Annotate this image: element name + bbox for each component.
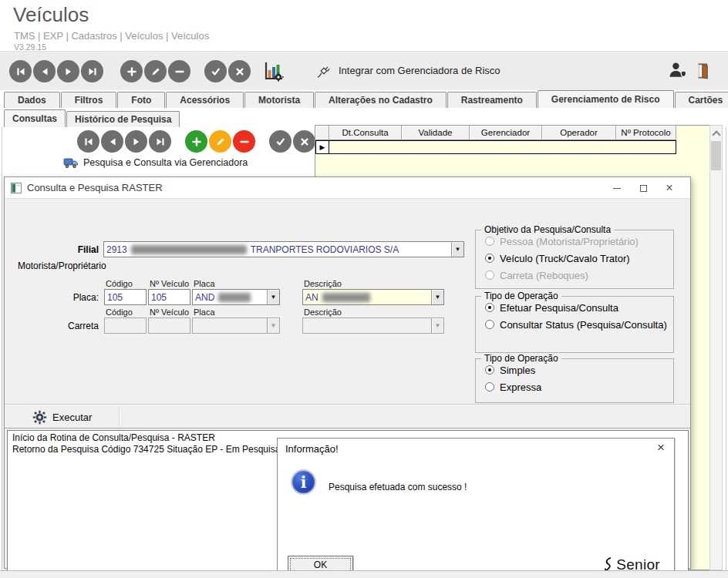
tab-acessorios[interactable]: Acessórios — [166, 92, 244, 108]
carreta-row-label: Carreta — [49, 321, 99, 331]
dropdown-arrow-icon: ▼ — [431, 318, 443, 333]
row-pointer-icon: ▶ — [316, 141, 329, 153]
check-icon — [275, 136, 287, 148]
radio-carreta[interactable]: Carreta (Reboques) — [485, 269, 673, 281]
dropdown-arrow-icon[interactable]: ▼ — [451, 242, 463, 257]
grid-confirm-button[interactable] — [269, 130, 292, 153]
user-permissions-icon[interactable] — [668, 61, 687, 80]
filial-combobox[interactable]: 2913 TRANPORTES RODOVIARIOS S/A ▼ — [103, 241, 464, 257]
confirm-button[interactable] — [204, 60, 227, 82]
placa-codigo-field[interactable]: 105 — [104, 289, 147, 305]
grid-cancel-button[interactable] — [293, 130, 315, 153]
edit-pencil-icon — [214, 136, 227, 148]
dialog-titlebar[interactable]: Consulta e Pesquisa RASTER × — [5, 177, 690, 199]
dropdown-arrow-icon: ▼ — [267, 318, 279, 333]
delete-button[interactable] — [168, 60, 190, 82]
radio-icon — [485, 303, 494, 312]
breadcrumb: TMS | EXP | Cadastros | Veículos | Veícu… — [14, 30, 209, 42]
radio-simples[interactable]: Simples — [485, 364, 673, 376]
tab-cartoes[interactable]: Cartões — [675, 92, 728, 108]
tab-gerenciamento-de-risco[interactable]: Gerenciamento de Risco — [538, 90, 674, 108]
grid-column-dt-consulta[interactable]: Dt.Consulta — [329, 126, 402, 140]
grid-next-button[interactable] — [125, 130, 147, 153]
consultas-toolbar — [77, 130, 317, 153]
tab-filtros[interactable]: Filtros — [61, 92, 117, 108]
grid-first-button[interactable] — [77, 130, 99, 153]
application-window: Veículos TMS | EXP | Cadastros | Veículo… — [0, 0, 728, 578]
radio-consultar-status[interactable]: Consultar Status (Pesquisa/Consulta) — [485, 318, 673, 331]
scroll-up-icon[interactable] — [713, 130, 720, 136]
information-message-box: Informação! × i Pesquisa efetuada com su… — [277, 438, 675, 578]
tab-consultas[interactable]: Consultas — [4, 109, 66, 127]
grid-current-row[interactable]: ▶ — [315, 140, 676, 154]
tab-rastreamento[interactable]: Rastreamento — [447, 92, 537, 108]
tab-alteracoes-no-cadastro[interactable]: Alterações no Cadastro — [315, 92, 447, 108]
radio-icon — [485, 382, 494, 391]
placa-row-label: Placa: — [49, 292, 99, 303]
add-button[interactable] — [120, 60, 143, 82]
grid-column-validade[interactable]: Validade — [402, 126, 470, 140]
window-bottom-strip — [0, 570, 728, 578]
tab-dados[interactable]: Dados — [4, 92, 60, 108]
dropdown-arrow-icon[interactable]: ▼ — [267, 290, 279, 304]
execute-toolbar: Executar — [5, 404, 690, 428]
radio-icon — [485, 320, 494, 329]
cancel-button[interactable] — [228, 60, 251, 82]
tab-foto[interactable]: Foto — [117, 92, 165, 108]
delete-icon — [174, 66, 186, 78]
last-record-button[interactable] — [81, 60, 103, 82]
placa-placa-combobox[interactable]: AND ▼ — [192, 289, 280, 305]
grid-column-operador[interactable]: Operador — [542, 126, 616, 140]
grid-delete-button[interactable] — [233, 130, 255, 153]
radio-veiculo[interactable]: Veículo (Truck/Cavalo Trator) — [485, 252, 673, 264]
scrollbar-thumb[interactable] — [711, 141, 721, 170]
next-record-icon — [62, 66, 75, 78]
dropdown-arrow-icon[interactable]: ▼ — [431, 290, 443, 304]
dialog-close-button[interactable]: × — [656, 177, 682, 199]
carreta-placa-combobox[interactable]: ▼ — [192, 318, 280, 334]
grid-column-n-protocolo[interactable]: Nº Protocolo — [616, 126, 676, 140]
placa-n-veiculo-field[interactable]: 105 — [148, 289, 190, 305]
toolbar-separator — [119, 408, 120, 426]
filial-value-suffix: TRANPORTES RODOVIARIOS S/A — [251, 244, 399, 255]
radio-carreta-label: Carreta (Reboques) — [500, 270, 588, 281]
add-icon — [126, 66, 138, 78]
delete-icon — [238, 136, 251, 148]
edit-button[interactable] — [144, 60, 167, 82]
grid-previous-button[interactable] — [101, 130, 123, 153]
carreta-n-veiculo-field[interactable] — [148, 318, 190, 334]
dialog-title: Consulta e Pesquisa RASTER — [27, 182, 163, 193]
previous-record-button[interactable] — [33, 60, 56, 82]
placa-descricao-combobox[interactable]: AN ▼ — [302, 289, 444, 305]
message-box-close-button[interactable]: × — [657, 441, 665, 455]
grid-vertical-scrollbar[interactable] — [709, 125, 723, 570]
x-icon — [298, 136, 311, 148]
grid-edit-button[interactable] — [209, 130, 231, 153]
dialog-minimize-button[interactable] — [604, 177, 630, 199]
exit-door-icon[interactable] — [695, 62, 712, 80]
tipo-operacao-2-group-title: Tipo de Operação — [481, 353, 561, 364]
radio-efetuar-pesquisa[interactable]: Efetuar Pesquisa/Consulta — [485, 301, 673, 314]
carreta-codigo-field[interactable] — [104, 318, 147, 334]
tipo-operacao-groupbox-1: Tipo de Operação Efetuar Pesquisa/Consul… — [475, 296, 674, 353]
tab-historico-de-pesquisa[interactable]: Histórico de Pesquisa — [66, 111, 180, 127]
grid-last-button[interactable] — [149, 130, 171, 153]
next-record-icon — [130, 136, 143, 148]
grid-column-gerenciador[interactable]: Gerenciador — [470, 126, 542, 140]
grid-add-button[interactable] — [185, 130, 207, 153]
dialog-maximize-button[interactable] — [630, 177, 656, 199]
pesquisa-gerenciadora-button[interactable]: Pesquisa e Consulta via Gerenciadora — [63, 156, 248, 169]
descricao-value-prefix: AN — [305, 292, 318, 303]
radio-expressa[interactable]: Expressa — [485, 381, 673, 393]
carreta-descricao-combobox[interactable]: ▼ — [302, 318, 444, 334]
tab-motorista[interactable]: Motorista — [244, 92, 314, 108]
next-record-button[interactable] — [57, 60, 79, 82]
n-veiculo-column-label: Nº Veículo — [150, 307, 189, 317]
execute-button[interactable]: Executar — [32, 408, 92, 426]
radio-pessoa[interactable]: Pessoa (Motorista/Proprietário) — [485, 235, 673, 247]
last-record-icon — [86, 66, 99, 78]
first-record-button[interactable] — [9, 60, 32, 82]
chart-settings-icon[interactable] — [263, 61, 284, 82]
first-record-icon — [83, 136, 95, 148]
integrate-risk-manager[interactable]: Integrar com Gerenciadora de Risco — [316, 62, 501, 79]
